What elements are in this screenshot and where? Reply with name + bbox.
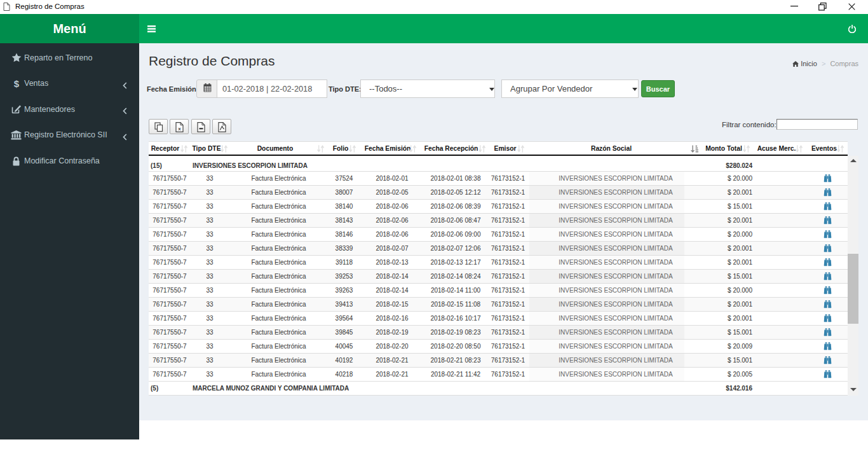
svg-text:x: x [179, 126, 182, 132]
svg-text:$: $ [13, 79, 19, 88]
